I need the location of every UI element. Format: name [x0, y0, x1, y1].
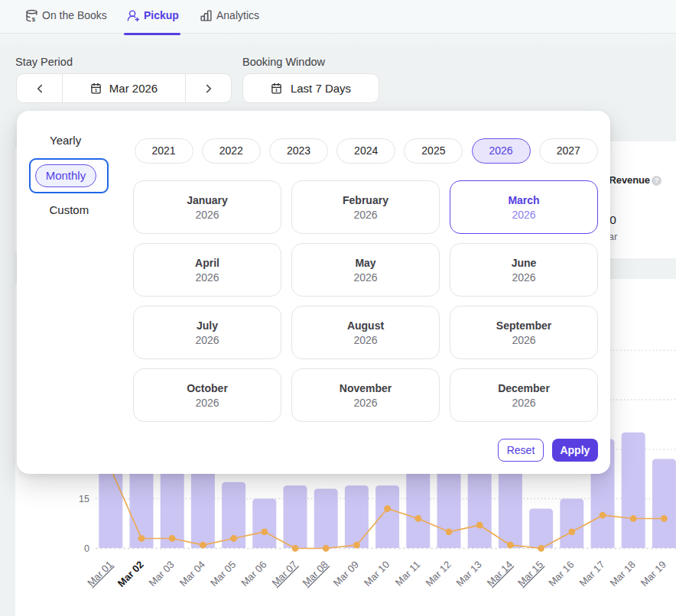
svg-text:Mar 17: Mar 17	[577, 559, 606, 588]
svg-text:Mar 06: Mar 06	[239, 559, 268, 588]
svg-text:Mar 18: Mar 18	[608, 559, 638, 588]
svg-text:Mar 19: Mar 19	[639, 559, 668, 588]
svg-text:Mar 07: Mar 07	[269, 559, 299, 588]
svg-text:1: 1	[95, 87, 98, 92]
svg-text:Mar 10: Mar 10	[362, 559, 392, 588]
svg-text:Mar 03: Mar 03	[147, 559, 177, 588]
svg-text:Mar 08: Mar 08	[301, 559, 330, 588]
svg-text:Mar 12: Mar 12	[423, 559, 453, 588]
svg-text:Mar 05: Mar 05	[208, 559, 238, 588]
svg-text:Mar 01: Mar 01	[85, 559, 115, 588]
svg-text:15: 15	[79, 494, 89, 504]
svg-text:Mar 16: Mar 16	[546, 559, 576, 588]
svg-text:Mar 13: Mar 13	[454, 559, 484, 588]
svg-text:$: $	[32, 16, 36, 22]
svg-text:Mar 09: Mar 09	[331, 559, 361, 588]
svg-text:Mar 15: Mar 15	[515, 559, 545, 588]
svg-text:Mar 04: Mar 04	[177, 559, 207, 588]
svg-text:Mar 02: Mar 02	[115, 559, 146, 589]
svg-text:0: 0	[84, 543, 89, 554]
svg-text:1: 1	[275, 87, 278, 92]
svg-text:Mar 14: Mar 14	[485, 559, 515, 588]
svg-text:Mar 11: Mar 11	[393, 559, 423, 588]
